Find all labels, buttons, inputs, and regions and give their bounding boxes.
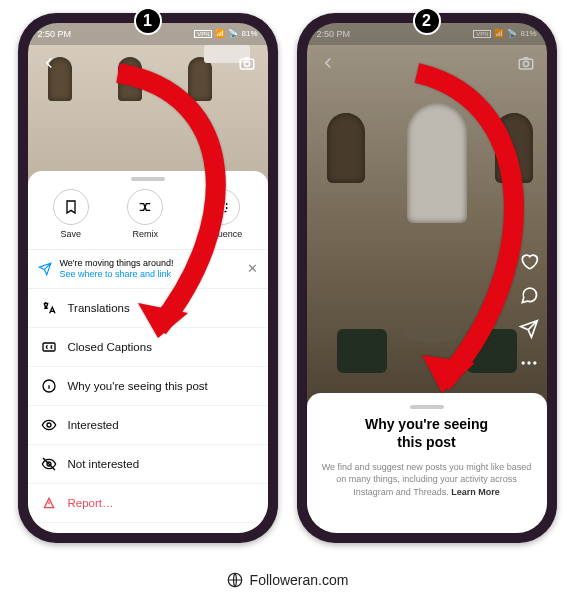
svg-rect-3 bbox=[43, 343, 55, 351]
camera-icon[interactable] bbox=[236, 52, 258, 74]
menu-why-seeing-post[interactable]: Why you're seeing this post bbox=[28, 367, 268, 406]
svg-point-1 bbox=[244, 61, 249, 66]
globe-icon bbox=[226, 571, 244, 589]
save-button[interactable]: Save bbox=[53, 189, 89, 239]
step-badge-1: 1 bbox=[134, 7, 162, 35]
screen-1: 2:50 PM VPN 📶 📡 81% bbox=[28, 23, 268, 533]
comment-icon[interactable] bbox=[519, 285, 539, 305]
sheet-handle[interactable] bbox=[410, 405, 444, 409]
sheet-title: Why you're seeing this post bbox=[321, 415, 533, 451]
status-time: 2:50 PM bbox=[38, 29, 72, 39]
eye-icon bbox=[40, 416, 58, 434]
svg-point-11 bbox=[521, 361, 524, 364]
screen-2: 2:50 PM VPN 📶 📡 81% bbox=[307, 23, 547, 533]
eye-off-icon bbox=[40, 455, 58, 473]
back-icon[interactable] bbox=[38, 52, 60, 74]
send-icon bbox=[38, 262, 52, 276]
remix-button[interactable]: Remix bbox=[127, 189, 163, 239]
share-icon[interactable] bbox=[519, 319, 539, 339]
phone-frame-2: 2 2:50 PM VPN 📶 📡 81% bbox=[297, 13, 557, 543]
options-sheet: Save Remix Sequence We're moving things … bbox=[28, 171, 268, 533]
phone-frame-1: 1 2:50 PM VPN 📶 📡 81% bbox=[18, 13, 278, 543]
menu-translations[interactable]: Translations bbox=[28, 289, 268, 328]
sequence-button[interactable]: Sequence bbox=[202, 189, 243, 239]
translate-icon bbox=[40, 299, 58, 317]
why-seeing-sheet: Why you're seeing this post We find and … bbox=[307, 393, 547, 533]
reel-actions bbox=[519, 251, 539, 373]
menu-manage-preferences[interactable]: Manage content preferences bbox=[28, 523, 268, 533]
info-icon bbox=[40, 377, 58, 395]
svg-point-12 bbox=[527, 361, 530, 364]
cc-icon bbox=[40, 338, 58, 356]
info-banner[interactable]: We're moving things around! See where to… bbox=[28, 250, 268, 290]
like-icon[interactable] bbox=[519, 251, 539, 271]
menu-captions[interactable]: Closed Captions bbox=[28, 328, 268, 367]
svg-point-5 bbox=[47, 423, 51, 427]
svg-point-13 bbox=[533, 361, 536, 364]
menu-report[interactable]: Report… bbox=[28, 484, 268, 523]
step-badge-2: 2 bbox=[413, 7, 441, 35]
close-icon[interactable]: ✕ bbox=[247, 261, 258, 276]
more-icon[interactable] bbox=[519, 353, 539, 373]
report-icon bbox=[40, 494, 58, 512]
sheet-body: We find and suggest new posts you might … bbox=[321, 461, 533, 499]
svg-rect-2 bbox=[217, 202, 226, 211]
footer-attribution: Followeran.com bbox=[0, 560, 574, 600]
menu-not-interested[interactable]: Not interested bbox=[28, 445, 268, 484]
status-icons: VPN 📶 📡 81% bbox=[194, 29, 257, 38]
sheet-handle[interactable] bbox=[131, 177, 165, 181]
menu-interested[interactable]: Interested bbox=[28, 406, 268, 445]
learn-more-link[interactable]: Learn More bbox=[451, 487, 500, 497]
